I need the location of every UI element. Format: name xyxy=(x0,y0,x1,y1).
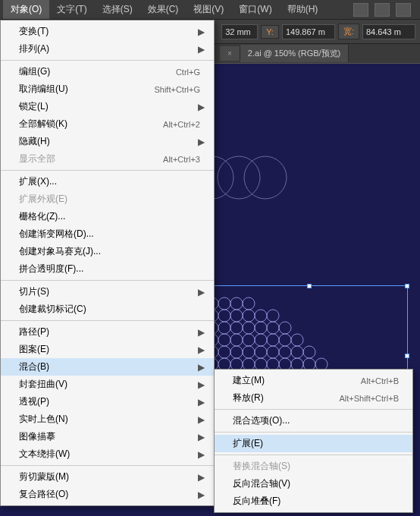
menu-item-label: 封套扭曲(V) xyxy=(19,378,192,391)
object-menu-dropdown: 变换(T)▶排列(A)▶编组(G)Ctrl+G取消编组(U)Shift+Ctrl… xyxy=(0,20,215,506)
toolbar-icon-2[interactable] xyxy=(375,3,390,17)
tab-label: 2.ai @ 150% (RGB/预览) xyxy=(248,48,340,59)
menu-effect[interactable]: 效果(C) xyxy=(140,0,186,19)
object-menu-item-20[interactable]: 路径(P)▶ xyxy=(1,323,214,341)
object-menu-item-0[interactable]: 变换(T)▶ xyxy=(1,23,214,40)
blend-submenu-item-5[interactable]: 扩展(E) xyxy=(215,435,412,452)
toolbar-icon-3[interactable] xyxy=(396,3,411,17)
selection-handle[interactable] xyxy=(307,284,312,288)
menu-type[interactable]: 文字(T) xyxy=(49,0,94,19)
blend-submenu-item-7: 替换混合轴(S) xyxy=(215,458,412,475)
document-tab-1[interactable]: × xyxy=(220,46,240,61)
menu-item-label: 扩展外观(E) xyxy=(19,193,205,206)
object-menu-item-30[interactable]: 复合路径(O)▶ xyxy=(1,486,214,503)
menu-item-label: 文本绕排(W) xyxy=(19,448,192,461)
object-menu-item-29[interactable]: 剪切蒙版(M)▶ xyxy=(1,468,214,486)
menu-item-label: 创建渐变网格(D)... xyxy=(19,228,205,241)
object-menu-item-27[interactable]: 文本绕排(W)▶ xyxy=(1,445,214,463)
submenu-arrow-icon: ▶ xyxy=(192,44,205,55)
object-menu-item-18[interactable]: 创建裁切标记(C) xyxy=(1,300,214,318)
submenu-arrow-icon: ▶ xyxy=(192,27,205,37)
menubar: 对象(O) 文字(T) 选择(S) 效果(C) 视图(V) 窗口(W) 帮助(H… xyxy=(0,0,420,20)
menu-item-label: 隐藏(H) xyxy=(19,135,192,148)
submenu-arrow-icon: ▶ xyxy=(192,414,205,425)
menu-item-label: 图案(E) xyxy=(19,343,192,356)
object-menu-item-17[interactable]: 切片(S)▶ xyxy=(1,283,214,300)
object-menu-item-4[interactable]: 取消编组(U)Shift+Ctrl+G xyxy=(1,80,214,98)
menu-item-label: 锁定(L) xyxy=(19,100,192,113)
selection-handle[interactable] xyxy=(405,284,409,288)
object-menu-item-21[interactable]: 图案(E)▶ xyxy=(1,341,214,358)
width-label: 宽: xyxy=(338,24,359,39)
menu-item-label: 透视(P) xyxy=(19,395,192,408)
menu-item-label: 创建裁切标记(C) xyxy=(19,303,205,316)
menu-shortcut: Shift+Ctrl+G xyxy=(154,85,205,94)
menu-item-label: 栅格化(Z)... xyxy=(19,210,205,223)
width-input[interactable] xyxy=(362,24,415,39)
svg-point-1 xyxy=(218,156,260,199)
selection-handle[interactable] xyxy=(405,354,409,358)
object-menu-item-7[interactable]: 隐藏(H)▶ xyxy=(1,133,214,150)
menu-shortcut: Alt+Ctrl+B xyxy=(361,376,403,385)
menu-item-label: 路径(P) xyxy=(19,326,192,338)
submenu-arrow-icon: ▶ xyxy=(192,345,205,355)
object-menu-item-1[interactable]: 排列(A)▶ xyxy=(1,40,214,58)
menu-item-label: 反向堆叠(F) xyxy=(233,495,403,508)
submenu-arrow-icon: ▶ xyxy=(192,327,205,338)
submenu-arrow-icon: ▶ xyxy=(192,397,205,407)
x-input[interactable] xyxy=(221,24,258,39)
submenu-arrow-icon: ▶ xyxy=(192,362,205,373)
object-menu-item-6[interactable]: 全部解锁(K)Alt+Ctrl+2 xyxy=(1,115,214,133)
menu-item-label: 全部解锁(K) xyxy=(19,118,163,131)
y-input[interactable] xyxy=(282,24,335,39)
blend-submenu: 建立(M)Alt+Ctrl+B释放(R)Alt+Shift+Ctrl+B混合选项… xyxy=(214,369,413,513)
submenu-arrow-icon: ▶ xyxy=(192,102,205,112)
menu-shortcut: Ctrl+G xyxy=(176,68,205,77)
y-label: Y: xyxy=(261,25,279,39)
object-menu-item-24[interactable]: 透视(P)▶ xyxy=(1,393,214,411)
menu-item-label: 实时上色(N) xyxy=(19,413,192,426)
blend-submenu-item-1[interactable]: 释放(R)Alt+Shift+Ctrl+B xyxy=(215,389,412,407)
toolbar-icons xyxy=(353,3,417,17)
svg-point-2 xyxy=(244,156,287,199)
blend-submenu-item-3[interactable]: 混合选项(O)... xyxy=(215,412,412,429)
menu-item-label: 扩展(E) xyxy=(233,437,403,450)
object-menu-item-5[interactable]: 锁定(L)▶ xyxy=(1,98,214,115)
menu-object[interactable]: 对象(O) xyxy=(3,0,49,19)
menu-view[interactable]: 视图(V) xyxy=(186,0,231,19)
menu-item-label: 替换混合轴(S) xyxy=(233,460,403,473)
menu-help[interactable]: 帮助(H) xyxy=(280,0,326,19)
menu-shortcut: Alt+Ctrl+3 xyxy=(163,155,205,164)
object-menu-item-10[interactable]: 扩展(X)... xyxy=(1,173,214,190)
object-menu-item-3[interactable]: 编组(G)Ctrl+G xyxy=(1,63,214,80)
menu-select[interactable]: 选择(S) xyxy=(95,0,140,19)
blend-submenu-item-8[interactable]: 反向混合轴(V) xyxy=(215,475,412,492)
menu-item-label: 编组(G) xyxy=(19,65,176,78)
object-menu-item-26[interactable]: 图像描摹▶ xyxy=(1,428,214,445)
submenu-arrow-icon: ▶ xyxy=(192,489,205,500)
submenu-arrow-icon: ▶ xyxy=(192,379,205,390)
object-menu-item-22[interactable]: 混合(B)▶ xyxy=(1,358,214,376)
close-icon[interactable]: × xyxy=(227,49,232,58)
menu-item-label: 切片(S) xyxy=(19,285,192,298)
blend-submenu-item-9[interactable]: 反向堆叠(F) xyxy=(215,492,412,510)
blend-submenu-item-0[interactable]: 建立(M)Alt+Ctrl+B xyxy=(215,372,412,389)
menu-item-label: 变换(T) xyxy=(19,25,192,38)
menu-item-label: 扩展(X)... xyxy=(19,175,205,188)
object-menu-item-14[interactable]: 创建对象马赛克(J)... xyxy=(1,243,214,260)
object-menu-item-13[interactable]: 创建渐变网格(D)... xyxy=(1,225,214,243)
object-menu-item-25[interactable]: 实时上色(N)▶ xyxy=(1,411,214,428)
object-menu-item-15[interactable]: 拼合透明度(F)... xyxy=(1,260,214,278)
menu-shortcut: Alt+Shift+Ctrl+B xyxy=(339,394,403,403)
object-menu-item-8: 显示全部Alt+Ctrl+3 xyxy=(1,150,214,168)
submenu-arrow-icon: ▶ xyxy=(192,472,205,483)
menu-item-label: 混合选项(O)... xyxy=(233,414,403,427)
object-menu-item-11: 扩展外观(E) xyxy=(1,190,214,208)
object-menu-item-23[interactable]: 封套扭曲(V)▶ xyxy=(1,376,214,393)
document-tab-2[interactable]: 2.ai @ 150% (RGB/预览) xyxy=(240,45,349,62)
menu-item-label: 取消编组(U) xyxy=(19,83,154,96)
menu-item-label: 复合路径(O) xyxy=(19,488,192,501)
object-menu-item-12[interactable]: 栅格化(Z)... xyxy=(1,208,214,225)
toolbar-icon-1[interactable] xyxy=(353,3,368,17)
menu-window[interactable]: 窗口(W) xyxy=(231,0,279,19)
